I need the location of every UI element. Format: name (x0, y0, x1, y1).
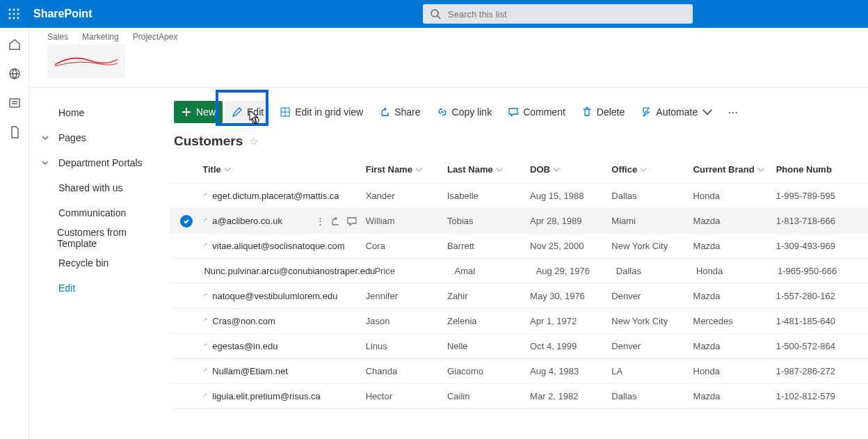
crumb-sales[interactable]: Sales (47, 32, 68, 42)
favorite-icon[interactable]: ☆ (250, 136, 259, 147)
row-office: Denver (611, 341, 693, 351)
delete-button[interactable]: Delete (574, 101, 632, 123)
left-nav: Home Pages Department Portals Shared wit… (29, 88, 161, 439)
row-first-name: Jason (366, 316, 447, 326)
nav-customers-template[interactable]: Customers from Template (36, 225, 161, 250)
row-title[interactable]: Cras@non.com (212, 316, 275, 326)
row-first-name: Cora (366, 241, 447, 251)
comment-icon (508, 106, 519, 118)
svg-point-2 (17, 9, 19, 11)
site-header: Sales Marketing ProjectApex (29, 28, 868, 88)
row-office: Dallas (611, 391, 693, 401)
row-phone: 1-813-718-666 (776, 216, 868, 226)
row-brand: Honda (693, 191, 776, 201)
search-box[interactable] (423, 4, 693, 24)
table-row[interactable]: vitae.aliquet@sociisnatoque.comCoraBarre… (170, 234, 868, 259)
row-dob: Mar 2, 1982 (530, 391, 611, 401)
nav-recycle-bin[interactable]: Recycle bin (36, 250, 161, 276)
table-row[interactable]: natoque@vestibulumlorem.eduJenniferZahir… (170, 284, 868, 309)
col-last-name[interactable]: Last Name (447, 164, 530, 175)
row-title[interactable]: Nunc.pulvinar.arcu@conubianostraper.edu (204, 266, 375, 276)
table-row[interactable]: Nunc.pulvinar.arcu@conubianostraper.eduP… (170, 259, 868, 284)
table-row[interactable]: Nullam@Etiam.netChandaGiacomoAug 4, 1983… (170, 359, 868, 384)
row-more-icon[interactable]: ⋮ (316, 216, 324, 227)
row-title[interactable]: vitae.aliquet@sociisnatoque.com (212, 241, 344, 251)
row-title[interactable]: a@aclibero.co.uk (212, 216, 282, 226)
col-office[interactable]: Office (611, 164, 693, 175)
list-title: Customers (174, 134, 243, 149)
automate-button[interactable]: Automate (634, 101, 720, 123)
row-first-name: Xander (366, 191, 447, 201)
search-input[interactable] (447, 8, 686, 20)
files-icon[interactable] (8, 125, 22, 139)
row-office: Denver (611, 291, 693, 301)
flow-icon (641, 106, 652, 118)
globe-icon[interactable] (8, 67, 22, 81)
nav-edit[interactable]: Edit (36, 276, 161, 301)
table-row[interactable]: ligula.elit.pretium@risus.caHectorCailin… (170, 384, 868, 409)
more-button[interactable]: ··· (722, 105, 744, 120)
row-last-name: Giacomo (447, 366, 530, 376)
edit-grid-button[interactable]: Edit in grid view (273, 101, 370, 123)
table-row[interactable]: egestas@in.eduLinusNelleOct 4, 1999Denve… (170, 334, 868, 359)
news-icon[interactable] (8, 96, 22, 110)
col-phone[interactable]: Phone Numb (776, 164, 868, 175)
row-dob: Oct 4, 1999 (530, 341, 611, 351)
share-badge-icon (202, 192, 210, 200)
row-phone: 1-102-812-579 (776, 391, 868, 401)
home-icon[interactable] (8, 38, 22, 51)
table-row[interactable]: Cras@non.comJasonZeleniaApr 1, 1972New Y… (170, 309, 868, 334)
nav-department-portals[interactable]: Department Portals (36, 150, 161, 175)
row-title[interactable]: egestas@in.edu (212, 341, 278, 351)
table-row[interactable]: eget.dictum.placerat@mattis.caXanderIsab… (170, 184, 868, 209)
row-brand: Honda (696, 266, 778, 276)
crumb-marketing[interactable]: Marketing (82, 32, 119, 42)
row-last-name: Amal (455, 266, 536, 276)
breadcrumb: Sales Marketing ProjectApex (47, 32, 868, 42)
svg-point-3 (9, 13, 11, 15)
row-comment-icon[interactable] (346, 216, 357, 227)
nav-pages[interactable]: Pages (36, 125, 161, 150)
row-last-name: Zelenia (447, 316, 530, 326)
col-brand[interactable]: Current Brand (693, 164, 776, 175)
row-title[interactable]: ligula.elit.pretium@risus.ca (212, 391, 321, 401)
chevron-down-icon (42, 159, 49, 166)
site-logo[interactable] (47, 45, 125, 78)
row-dob: Aug 4, 1983 (530, 366, 611, 376)
app-rail (0, 28, 29, 439)
row-title[interactable]: eget.dictum.placerat@mattis.ca (212, 191, 339, 201)
app-launcher-icon[interactable] (0, 0, 28, 28)
col-title[interactable]: Title (202, 164, 365, 175)
col-first-name[interactable]: First Name (366, 164, 447, 175)
comment-button[interactable]: Comment (501, 101, 572, 123)
nav-shared[interactable]: Shared with us (36, 175, 161, 200)
row-last-name: Isabelle (447, 191, 530, 201)
svg-point-6 (9, 17, 11, 19)
row-first-name: Jennifer (366, 291, 447, 301)
nav-home[interactable]: Home (36, 100, 161, 125)
share-button[interactable]: Share (372, 101, 427, 123)
row-office: New York City (611, 241, 693, 251)
row-brand: Mazda (693, 216, 776, 226)
link-icon (437, 106, 448, 118)
row-title[interactable]: natoque@vestibulumlorem.edu (212, 291, 337, 301)
row-dob: May 30, 1976 (530, 291, 611, 301)
crumb-projectapex[interactable]: ProjectApex (133, 32, 178, 42)
table-row[interactable]: a@aclibero.co.uk⋮WilliamTobiasApr 28, 19… (170, 209, 868, 234)
nav-communication[interactable]: Communication (36, 200, 161, 225)
row-office: New York City (611, 316, 693, 326)
col-dob[interactable]: DOB (530, 164, 611, 175)
row-share-icon[interactable] (330, 216, 341, 227)
share-badge-icon (202, 242, 210, 250)
pencil-icon (232, 106, 243, 118)
copy-link-button[interactable]: Copy link (430, 101, 499, 123)
new-button[interactable]: New (174, 101, 223, 123)
share-icon (379, 106, 390, 118)
row-selected-icon[interactable] (180, 215, 193, 228)
suite-title[interactable]: SharePoint (33, 8, 92, 20)
edit-button[interactable]: Edit (225, 101, 271, 123)
row-first-name: William (366, 216, 447, 226)
row-phone: 1-987-286-272 (776, 366, 868, 376)
trash-icon (581, 106, 593, 118)
row-title[interactable]: Nullam@Etiam.net (212, 366, 288, 376)
